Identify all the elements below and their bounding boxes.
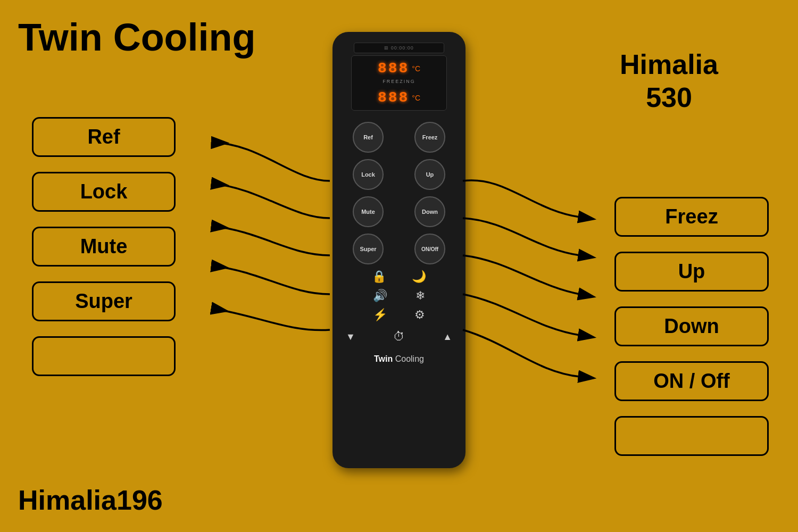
label-lock[interactable]: Lock (32, 172, 176, 212)
main-title: Twin Cooling (18, 15, 256, 59)
icons-area: 🔒 🌙 🔊 ❄ ⚡ ⚙ (346, 270, 452, 322)
up-button[interactable]: Up (414, 159, 445, 190)
label-down[interactable]: Down (614, 306, 769, 346)
remote-label: Twin Cooling (374, 354, 424, 364)
buttons-area: Ref Freez Lock Up Mute Down Super ON/Off (340, 122, 458, 264)
label-extra-right (614, 416, 769, 456)
label-extra-left (32, 336, 176, 376)
mute-button[interactable]: Mute (353, 196, 384, 227)
segment-display: 888 °C FREEZING 888 °C (351, 55, 447, 111)
freez-button[interactable]: Freez (414, 122, 445, 153)
label-ref[interactable]: Ref (32, 117, 176, 157)
label-up[interactable]: Up (614, 252, 769, 292)
brand-bottom: Himalia196 (18, 484, 163, 516)
power-icon: ⚡ (373, 308, 387, 322)
left-labels: Ref Lock Mute Super (32, 117, 176, 376)
nav-timer-icon[interactable]: ⏱ (393, 330, 405, 344)
bottom-nav: ▼ ⏱ ▲ (346, 330, 452, 344)
nav-up-icon[interactable]: ▲ (443, 331, 452, 343)
label-on-off[interactable]: ON / Off (614, 361, 769, 401)
remote-control: ⊞ 00:00:00 888 °C FREEZING 888 °C Ref Fr… (332, 32, 466, 468)
right-labels: Freez Up Down ON / Off (614, 197, 769, 456)
label-freez[interactable]: Freez (614, 197, 769, 237)
label-mute[interactable]: Mute (32, 227, 176, 267)
speaker-icon: 🔊 (373, 289, 387, 303)
nav-down-icon[interactable]: ▼ (346, 331, 355, 343)
ref-button[interactable]: Ref (353, 122, 384, 153)
settings-icon: ⚙ (414, 308, 425, 322)
super-button[interactable]: Super (353, 234, 384, 264)
moon-icon: 🌙 (412, 270, 426, 284)
brand-name: Himalia 530 (620, 48, 718, 114)
top-mini-display: ⊞ 00:00:00 (354, 43, 444, 53)
display-top-digits: 888 (378, 60, 409, 77)
lock-icon: 🔒 (372, 270, 386, 284)
freeze-bar: FREEZING (357, 79, 441, 84)
down-button[interactable]: Down (414, 196, 445, 227)
snowflake-icon: ❄ (415, 289, 425, 303)
onoff-button[interactable]: ON/Off (414, 234, 445, 264)
display-bottom-digits: 888 (378, 89, 409, 106)
label-super[interactable]: Super (32, 281, 176, 321)
lock-button[interactable]: Lock (353, 159, 384, 190)
